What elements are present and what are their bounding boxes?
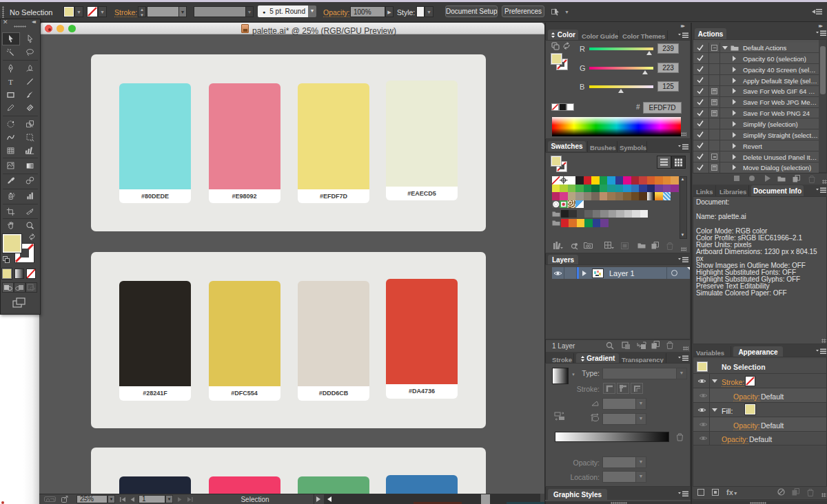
- svg-text:T: T: [8, 77, 13, 85]
